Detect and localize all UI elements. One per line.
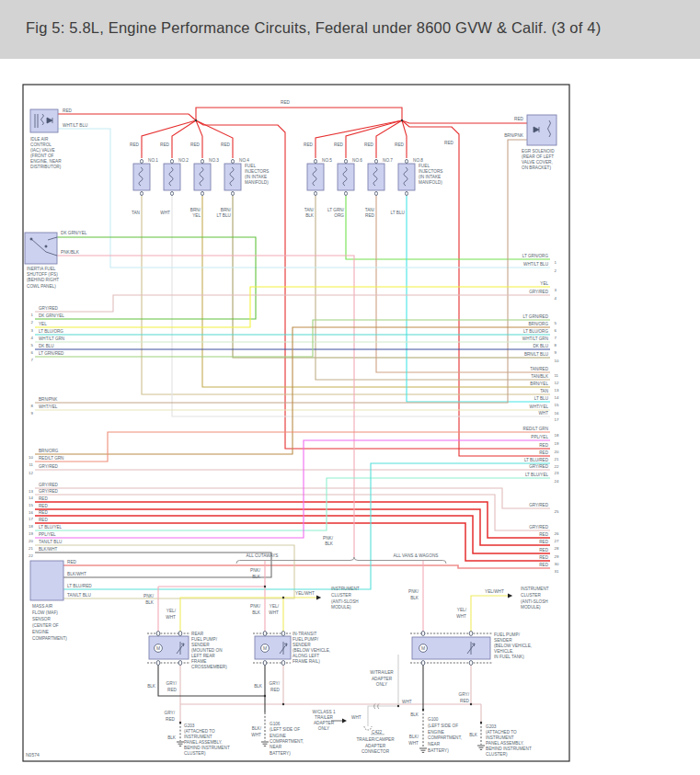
- multiline-label: BEHIND INSTRUMENT: [486, 747, 532, 751]
- left-row-label: RED/LT GRN: [39, 456, 63, 461]
- right-row-number: 16: [555, 411, 559, 416]
- multiline-label: WHT: [456, 614, 466, 619]
- wire-label: BLK: [410, 712, 419, 717]
- multiline-label: MODULE): [521, 605, 541, 610]
- multiline-label: PANEL ASSEMBLY,: [486, 741, 524, 746]
- pump-motor-m: M: [421, 645, 425, 651]
- wire-label: ALL VANS & WAGONS: [394, 553, 439, 558]
- wire-label: BLK: [254, 684, 263, 689]
- multiline-label: (LEFT SIDE OF: [270, 727, 300, 732]
- wire-label: ALL CUTAWAYS: [247, 553, 279, 558]
- wire-label: NO.4: [239, 158, 249, 163]
- injector-pin-oval: [171, 191, 174, 195]
- nca-pin-oval: [281, 632, 285, 636]
- multiline-label: GRY/: [166, 681, 178, 686]
- multiline-label: INERTIA FUEL: [27, 267, 56, 271]
- multiline-label: MANIFOLD): [245, 180, 269, 185]
- wire-label: NO.2: [178, 158, 189, 163]
- multiline-label: ENGINE, NEAR: [30, 159, 62, 164]
- right-row-number: 12: [555, 381, 559, 385]
- wire-label: WHT: [402, 700, 412, 704]
- multiline-label: WHT: [269, 610, 279, 615]
- junction-dot: [282, 597, 284, 598]
- multiline-label: EGR SOLENOID: [522, 149, 555, 154]
- multiline-label: CONNECTOR: [361, 749, 390, 754]
- multiline-label: TAN/: [304, 208, 315, 212]
- pump-motor-m: M: [263, 645, 267, 651]
- multiline-label: (CENTER OF: [32, 623, 59, 628]
- right-row-number: 26: [555, 531, 559, 536]
- wire-label: BLK: [167, 735, 177, 740]
- wire-label: NO.7: [383, 158, 393, 163]
- right-row-label: DK BLU: [533, 344, 548, 348]
- left-row-label: TAN/LT BLU: [39, 540, 62, 544]
- right-row-label: YEL: [540, 281, 548, 286]
- multiline-label: W/TRAILER: [370, 670, 394, 675]
- inertia-fuel-shutoff-box: [25, 233, 57, 264]
- right-row-label: RED: [539, 443, 548, 448]
- wire-label: BLK: [147, 684, 156, 689]
- multiline-label: REAR: [191, 632, 204, 636]
- multiline-label: ONLY: [318, 726, 330, 731]
- multiline-label: (IN INTAKE: [245, 175, 267, 179]
- right-row-number: 21: [555, 457, 559, 462]
- nca-pin-oval: [178, 661, 182, 666]
- in-transit-fuel-pump-box: [255, 636, 291, 659]
- junction-dot: [397, 705, 399, 707]
- nca-pin-oval: [156, 661, 160, 666]
- right-row-number: 18: [555, 433, 559, 438]
- multiline-label: (FRONT OF: [30, 154, 54, 158]
- multiline-label: VEHICLE,: [494, 649, 513, 654]
- left-row-label: RED: [39, 518, 48, 522]
- left-row-number: 19: [29, 531, 33, 536]
- wire-label: RED: [160, 142, 170, 147]
- right-row-label: WHT/LT GRN: [522, 336, 548, 341]
- left-row-number: 20: [29, 539, 33, 543]
- multiline-label: (MOUNTED ON: [191, 648, 223, 653]
- multiline-label: ADAPTER: [314, 721, 335, 725]
- left-row-label: BRN/PNK: [39, 397, 58, 402]
- wire-label: RED: [63, 108, 73, 113]
- injector-pin-oval: [375, 191, 378, 195]
- multiline-label: COMPARTMENT,: [270, 739, 304, 744]
- wire-label: PNK/BLK: [61, 250, 80, 255]
- wire-label: WHT: [351, 715, 361, 720]
- multiline-label: BRN/: [190, 208, 201, 212]
- injector-pin-oval: [375, 159, 378, 163]
- multiline-label: BLK/: [252, 726, 262, 731]
- maf-sensor-box: [30, 561, 63, 600]
- multiline-label: ADAPTER: [372, 677, 393, 681]
- multiline-label: SENSOR: [32, 617, 51, 621]
- multiline-label: YEL: [192, 213, 201, 218]
- multiline-label: YEL/: [270, 604, 280, 609]
- injector-pin-oval: [232, 191, 235, 195]
- left-row-number: 13: [29, 489, 33, 494]
- wire-label: RED: [514, 117, 524, 121]
- multiline-label: MANIFOLD): [419, 180, 442, 185]
- multiline-label: FRAME RAIL): [293, 659, 320, 664]
- multiline-label: MASS AIR: [32, 604, 53, 609]
- right-row-label: LT BLU/YEL: [525, 473, 549, 477]
- multiline-label: FUEL PUMP/: [191, 637, 218, 642]
- multiline-label: BLK: [305, 213, 315, 218]
- right-row-number: 25: [555, 509, 559, 514]
- pump-motor-m: M: [156, 645, 160, 651]
- injector-pin-oval: [345, 191, 348, 195]
- multiline-label: TRAILER: [315, 715, 333, 720]
- multiline-label: FUEL PUMP/: [494, 633, 521, 637]
- junction-dot: [264, 695, 266, 697]
- multiline-label: CLUSTER: [331, 593, 351, 598]
- right-row-number: 29: [555, 554, 559, 559]
- junction-dot: [470, 703, 472, 705]
- multiline-label: LEFT REAR: [191, 654, 215, 658]
- multiline-label: SENDER: [293, 643, 311, 647]
- wire-label: RED: [444, 141, 454, 145]
- right-row-number: 31: [555, 569, 559, 574]
- multiline-label: ADAPTER: [365, 744, 386, 748]
- left-row-number: 15: [29, 503, 33, 507]
- right-row-number: 13: [555, 388, 559, 393]
- left-row-label: RED: [39, 496, 48, 501]
- injector-pin-oval: [315, 191, 317, 195]
- multiline-label: FUEL: [245, 164, 256, 168]
- multiline-label: ENGINE: [270, 734, 286, 738]
